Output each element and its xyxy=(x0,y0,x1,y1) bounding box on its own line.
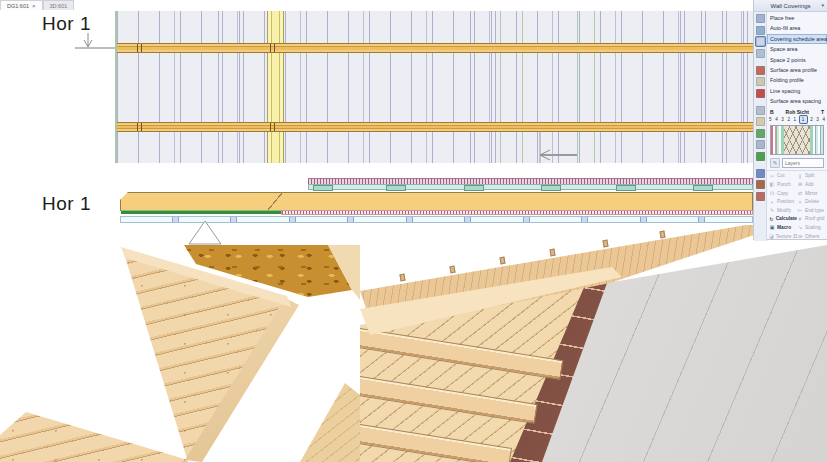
layer-number[interactable]: 2 xyxy=(787,117,790,122)
beam-top[interactable] xyxy=(117,43,755,53)
dowel-peg xyxy=(449,266,455,274)
command-texture-3d[interactable]: ◪Texture 3D xyxy=(769,232,797,240)
add-icon: ⊞ xyxy=(797,181,803,187)
dowel-peg xyxy=(549,249,555,257)
command-copy[interactable]: ⊡Copy xyxy=(769,189,797,197)
spacing-label-box xyxy=(313,185,333,191)
coverings-menu: Place free Auto-fill area Covering sched… xyxy=(767,12,827,107)
covering-layer-green xyxy=(121,210,281,214)
layer-number[interactable]: 4 xyxy=(822,117,825,122)
layer-number[interactable]: 1 xyxy=(794,117,797,122)
beam-bottom[interactable] xyxy=(117,122,755,132)
macro-icon: ▣ xyxy=(769,224,775,230)
command-macro[interactable]: ▣Macro xyxy=(769,223,797,231)
command-cut[interactable]: ✂Cut xyxy=(769,172,797,180)
tool-icon[interactable] xyxy=(756,117,765,126)
3d-view-wall-assembly[interactable] xyxy=(360,225,827,462)
tool-icon[interactable] xyxy=(756,14,765,23)
tool-icon-selected[interactable] xyxy=(756,37,765,46)
stud-column[interactable] xyxy=(267,11,284,163)
layer-number[interactable]: 3 xyxy=(816,117,819,122)
layer-number[interactable]: 2 xyxy=(810,117,813,122)
menu-item-covering-schedule-area[interactable]: Covering schedule area xyxy=(767,34,827,44)
tool-icon[interactable] xyxy=(756,180,765,189)
command-delete[interactable]: ×Delete xyxy=(797,198,825,206)
joint-tick xyxy=(141,123,142,131)
tool-icon[interactable] xyxy=(756,49,765,58)
dowel-peg xyxy=(399,274,405,282)
joint-tick xyxy=(270,44,271,52)
joint-tick xyxy=(274,123,275,131)
wall-coverings-panel: Wall Coverings ▾ xyxy=(753,0,827,240)
panel-joint-line xyxy=(268,193,282,210)
tool-icon[interactable] xyxy=(756,106,765,115)
cad-application-window: DG1:601 × 3D:601 Hor 1 xyxy=(0,0,827,462)
edit-icon[interactable]: ✎ xyxy=(770,158,780,168)
3d-view-sheathing[interactable] xyxy=(0,245,360,462)
mirror-icon: ⇄ xyxy=(797,190,803,196)
tool-icon[interactable] xyxy=(756,169,765,178)
layer-selector-header: B Roh Sicht T xyxy=(767,107,827,115)
tool-icon[interactable] xyxy=(756,66,765,75)
copy-icon: ⊡ xyxy=(769,190,775,196)
command-scaling[interactable]: ↘Scaling xyxy=(797,223,825,231)
layer-number-selected[interactable]: 1 xyxy=(800,116,807,123)
spacing-label-box xyxy=(693,185,713,191)
close-icon[interactable]: × xyxy=(32,3,36,9)
command-others[interactable]: ≫Others xyxy=(797,232,825,240)
panel-header[interactable]: Wall Coverings ▾ xyxy=(754,0,827,12)
layer-number[interactable]: 3 xyxy=(781,117,784,122)
layer-number[interactable]: 4 xyxy=(775,117,778,122)
command-roof-grid[interactable]: #Roof grid xyxy=(797,215,825,223)
covering-layer-dotted xyxy=(281,210,753,215)
menu-item-space-2-points[interactable]: Space 2 points xyxy=(767,55,827,65)
tool-icon[interactable] xyxy=(756,89,765,98)
section-title: Hor 1 xyxy=(42,193,91,215)
scaling-icon: ↘ xyxy=(797,224,803,230)
menu-item-place-free[interactable]: Place free xyxy=(767,13,827,23)
elevation-view[interactable]: Hor 1 xyxy=(0,11,753,163)
menu-item-space-area[interactable]: Space area xyxy=(767,44,827,54)
split-icon: ∥ xyxy=(797,173,803,179)
scissors-icon: ✂ xyxy=(769,173,775,179)
menu-item-surface-area-spacing[interactable]: Surface area spacing xyxy=(767,96,827,106)
grid-line xyxy=(522,11,523,163)
layer-number[interactable]: 5 xyxy=(769,117,772,122)
joint-tick xyxy=(141,44,142,52)
command-calculate[interactable]: ↻Calculate xyxy=(769,215,797,223)
panel-title: Wall Coverings xyxy=(770,3,810,9)
layer-swatch xyxy=(820,126,823,154)
wall-section-preview[interactable] xyxy=(770,125,824,155)
tab-label: DG1:601 xyxy=(7,3,29,9)
menu-item-folding-profile[interactable]: Folding profile xyxy=(767,75,827,85)
spacing-label-box xyxy=(386,185,406,191)
wall-section-body[interactable] xyxy=(120,192,753,211)
command-split[interactable]: ∥Split xyxy=(797,172,825,180)
layers-input[interactable] xyxy=(782,158,824,168)
drawing-canvas[interactable] xyxy=(115,11,755,163)
tool-icon[interactable] xyxy=(756,140,765,149)
dowel-peg xyxy=(499,257,505,265)
insulation-swatch xyxy=(784,126,810,154)
tab-dg1-601[interactable]: DG1:601 × xyxy=(0,0,43,10)
spacing-label-box xyxy=(616,185,636,191)
tool-icon[interactable] xyxy=(756,192,765,201)
menu-item-surface-area-profile[interactable]: Surface area profile xyxy=(767,65,827,75)
tool-icon[interactable] xyxy=(756,77,765,86)
menu-item-line-spacing[interactable]: Line spacing xyxy=(767,86,827,96)
tool-icon[interactable] xyxy=(756,26,765,35)
position-icon: + xyxy=(769,199,775,205)
chevron-down-icon[interactable]: ▾ xyxy=(821,2,824,8)
datum-triangle-marker xyxy=(188,220,222,245)
command-punch[interactable]: ◧Punch xyxy=(769,180,797,188)
tool-icon[interactable] xyxy=(756,129,765,138)
command-mirror[interactable]: ⇄Mirror xyxy=(797,189,825,197)
command-end-type[interactable]: ⊢End type xyxy=(797,206,825,214)
texture-icon: ◪ xyxy=(769,233,774,239)
tool-icon[interactable] xyxy=(756,152,765,161)
menu-item-auto-fill-area[interactable]: Auto-fill area xyxy=(767,23,827,33)
command-position[interactable]: +Position xyxy=(769,198,797,206)
tab-3d-601[interactable]: 3D:601 xyxy=(43,0,75,10)
command-add[interactable]: ⊞Add xyxy=(797,180,825,188)
command-modify[interactable]: ✎Modify xyxy=(769,206,797,214)
